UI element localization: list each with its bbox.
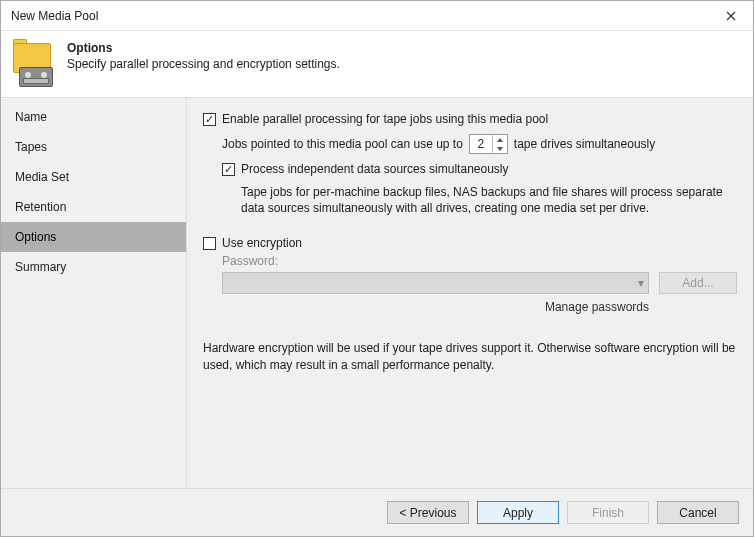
header: Options Specify parallel processing and … [1,31,753,97]
use-encryption-label: Use encryption [222,236,302,250]
jobs-suffix-label: tape drives simultaneously [514,137,655,151]
close-icon [726,11,736,21]
page-title: Options [67,41,340,55]
sidebar-item-options[interactable]: Options [1,222,186,252]
window-title: New Media Pool [11,9,98,23]
page-description: Specify parallel processing and encrypti… [67,57,340,71]
media-pool-icon [13,43,53,83]
content-panel: Enable parallel processing for tape jobs… [187,98,753,488]
sidebar-item-media-set[interactable]: Media Set [1,162,186,192]
process-independent-label: Process independent data sources simulta… [241,162,509,176]
titlebar: New Media Pool [1,1,753,31]
drive-count-stepper[interactable]: 2 [469,134,508,154]
close-button[interactable] [708,1,753,31]
body: Name Tapes Media Set Retention Options S… [1,97,753,488]
enable-parallel-label: Enable parallel processing for tape jobs… [222,112,548,126]
dialog-window: New Media Pool Options Specify parallel … [0,0,754,537]
password-select: ▾ [222,272,649,294]
drive-count-value: 2 [470,137,492,151]
password-label: Password: [222,254,737,268]
manage-passwords-link[interactable]: Manage passwords [222,300,737,314]
sidebar-item-name[interactable]: Name [1,102,186,132]
sidebar-item-tapes[interactable]: Tapes [1,132,186,162]
jobs-prefix-label: Jobs pointed to this media pool can use … [222,137,463,151]
sidebar-item-retention[interactable]: Retention [1,192,186,222]
previous-button[interactable]: < Previous [387,501,469,524]
drive-count-up[interactable] [493,135,507,144]
chevron-down-icon: ▾ [638,276,644,290]
add-password-button: Add... [659,272,737,294]
sidebar-item-summary[interactable]: Summary [1,252,186,282]
process-independent-description: Tape jobs for per-machine backup files, … [241,184,737,216]
apply-button[interactable]: Apply [477,501,559,524]
enable-parallel-checkbox[interactable] [203,113,216,126]
finish-button: Finish [567,501,649,524]
footer: < Previous Apply Finish Cancel [1,488,753,536]
drive-count-down[interactable] [493,144,507,153]
process-independent-checkbox[interactable] [222,163,235,176]
wizard-sidebar: Name Tapes Media Set Retention Options S… [1,98,187,488]
encryption-note: Hardware encryption will be used if your… [203,340,737,372]
cancel-button[interactable]: Cancel [657,501,739,524]
use-encryption-checkbox[interactable] [203,237,216,250]
